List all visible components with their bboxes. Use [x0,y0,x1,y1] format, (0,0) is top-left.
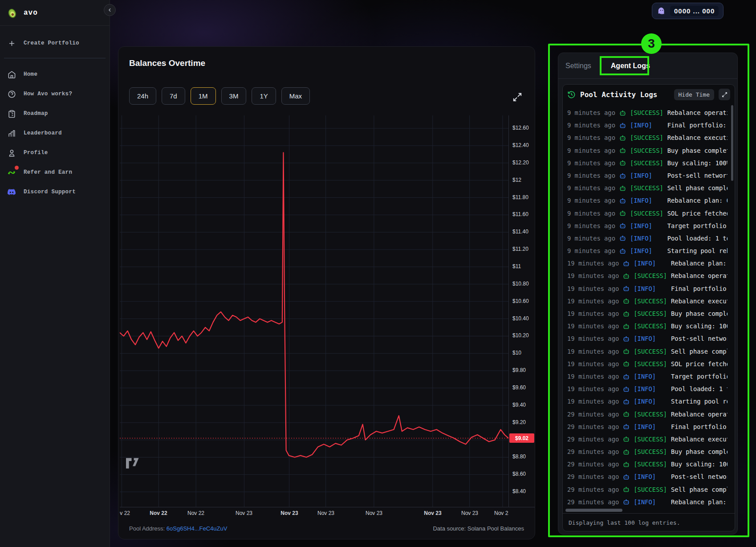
log-row: 19 minutes ago[INFO]Target portfolio [567,370,728,383]
logs-vertical-scrollbar[interactable] [731,105,733,181]
log-row: 19 minutes ago[SUCCESS]Rebalance execut [567,295,728,307]
wallet-button[interactable]: 0000 ... 000 [652,3,723,19]
price-tick-label: $11.80 [512,194,528,200]
tradingview-logo-icon[interactable] [126,458,139,470]
pool-address: Pool Address: 6oSg6SH4...FeC4uZuV [129,525,227,532]
log-row: 29 minutes ago[INFO]Final portfolio: [567,420,728,433]
log-row: 19 minutes ago[INFO]Starting pool re [567,395,728,408]
sidebar-nav: HomeHow Avo works?RoadmapLeaderboardProf… [0,65,110,202]
log-row: 29 minutes ago[SUCCESS]Buy phase comple [567,445,728,458]
log-level: [INFO] [634,370,667,383]
robot-icon [619,159,626,166]
roadmap-icon [7,109,16,118]
logs-fullscreen-button[interactable] [719,89,730,100]
log-message: Sell phase comple [667,182,728,194]
range-button-1m[interactable]: 1M [191,87,216,105]
range-button-max[interactable]: Max [281,87,310,105]
chart-plot-area[interactable] [120,115,508,507]
sidebar-collapse-button[interactable] [104,4,116,16]
log-message: Buy scaling: 100 [671,320,728,332]
range-button-1y[interactable]: 1Y [252,87,276,105]
robot-icon [623,411,630,417]
robot-icon [623,423,630,430]
log-time: 29 minutes ago [567,458,619,470]
log-time: 9 minutes ago [567,232,615,245]
tab-agent-logs[interactable]: Agent Logs [611,62,650,70]
pool-activity-logs-panel: Pool Activity Logs Hide Time 9 minutes a… [562,84,735,531]
log-message: SOL price fetched [667,207,728,220]
time-tick-label: Nov 23 [424,510,441,516]
expand-icon [722,92,728,98]
log-time: 19 minutes ago [567,345,619,358]
log-row: 9 minutes ago[INFO]Starting pool reb [567,245,728,257]
log-time: 29 minutes ago [567,445,619,458]
time-axis-line [120,507,535,507]
log-message: Rebalance execut [671,295,728,307]
robot-icon [623,498,630,505]
log-time: 9 minutes ago [567,182,615,194]
app-logo-text: avo [24,9,38,17]
time-tick-label: Nov 23 [280,510,298,516]
log-time: 19 minutes ago [567,307,619,320]
price-axis: $12.60$12.40$12.20$12$11.80$11.60$11.40$… [508,115,535,507]
range-selector: 24h7d1M3M1YMax [129,87,310,105]
log-level: [INFO] [630,245,663,257]
log-time: 19 minutes ago [567,295,619,307]
price-tick-label: $9.60 [512,384,526,391]
sidebar-item-discord-support[interactable]: Discord Support [0,182,110,202]
home-icon [7,70,16,79]
log-level: [INFO] [630,220,663,232]
pool-address-link[interactable]: 6oSg6SH4...FeC4uZuV [167,525,228,532]
current-price-badge: $9.02 [509,433,534,443]
log-time: 9 minutes ago [567,194,615,207]
log-level: [SUCCESS] [634,458,667,470]
logs-footer: Displaying last 100 log entries. [563,513,735,531]
sidebar-item-how-avo-works[interactable]: How Avo works? [0,84,110,104]
log-time: 19 minutes ago [567,332,619,345]
robot-icon [623,298,630,304]
log-row: 19 minutes ago[INFO]Rebalance plan: [567,257,728,269]
log-row: 9 minutes ago[INFO]Post-sell networt [567,169,728,182]
sidebar-item-home[interactable]: Home [0,65,110,84]
create-portfolio-button[interactable]: Create Portfolio [0,34,110,53]
sidebar-item-roadmap[interactable]: Roadmap [0,104,110,123]
log-time: 29 minutes ago [567,470,619,483]
log-level: [INFO] [634,420,667,433]
log-message: Buy phase comple [671,307,728,320]
tab-settings[interactable]: Settings [565,62,591,70]
log-row: 29 minutes ago[INFO]Rebalance plan: [567,496,728,507]
sidebar-item-refer-and-earn[interactable]: Refer and Earn [0,163,110,182]
logs-horizontal-scrollbar[interactable] [565,509,622,512]
log-level: [SUCCESS] [630,106,663,119]
log-level: [SUCCESS] [634,483,667,496]
log-level: [SUCCESS] [634,445,667,458]
hide-time-button[interactable]: Hide Time [674,89,714,100]
sidebar-item-profile[interactable]: Profile [0,143,110,163]
robot-icon [619,122,626,129]
price-tick-label: $12.20 [512,159,529,166]
app-window: avo Create Portfolio HomeHow Avo works?R… [0,0,756,547]
range-button-3m[interactable]: 3M [221,87,247,105]
log-message: Rebalance plan: [671,257,727,269]
range-button-7d[interactable]: 7d [162,87,185,105]
chart-fullscreen-button[interactable] [510,90,525,105]
log-time: 19 minutes ago [567,320,619,332]
robot-icon [623,323,630,330]
avo-logo-icon [6,7,18,19]
log-level: [INFO] [634,257,667,269]
time-tick-label: Nov 22 [187,510,204,516]
price-tick-label: $10 [512,350,521,356]
log-time: 29 minutes ago [567,433,619,445]
panel-tabs: Settings Agent Logs [558,53,737,79]
log-row: 19 minutes ago[SUCCESS]Rebalance operat [567,269,728,282]
log-time: 19 minutes ago [567,370,619,383]
log-message: Rebalance execut [671,433,728,445]
log-row: 9 minutes ago[SUCCESS]Sell phase comple [567,182,728,194]
log-list[interactable]: 9 minutes ago[SUCCESS]Rebalance operati9… [567,105,728,507]
log-row: 29 minutes ago[SUCCESS]Rebalance execut [567,433,728,445]
robot-icon [623,386,630,392]
range-button-24h[interactable]: 24h [129,87,156,105]
log-level: [INFO] [634,496,667,507]
sidebar-item-leaderboard[interactable]: Leaderboard [0,123,110,143]
log-time: 9 minutes ago [567,106,615,119]
